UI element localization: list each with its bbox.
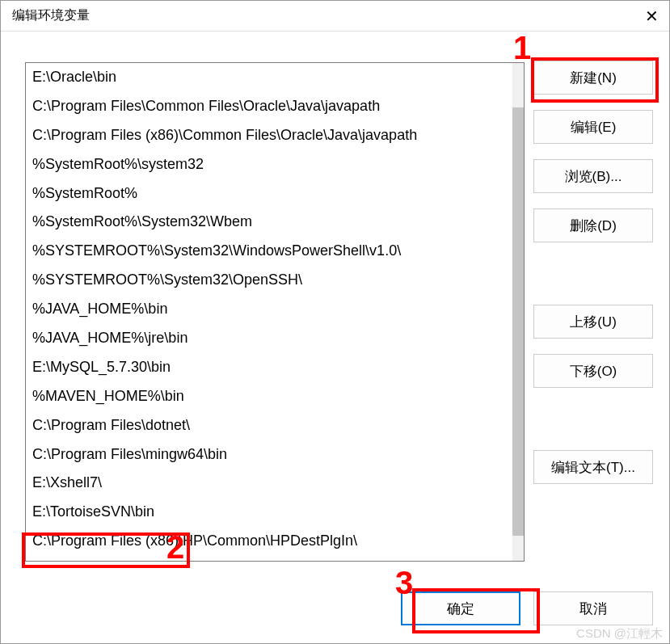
delete-button[interactable]: 删除(D) — [533, 208, 653, 242]
browse-button[interactable]: 浏览(B)... — [533, 159, 653, 193]
scrollbar[interactable] — [512, 63, 524, 561]
list-item[interactable]: %SystemRoot%\system32 — [26, 150, 512, 179]
close-icon[interactable]: ✕ — [643, 8, 659, 24]
list-item[interactable]: %JAVA_HOME%\bin — [26, 295, 512, 324]
list-item[interactable]: E:\TortoiseSVN\bin — [26, 498, 512, 527]
dialog-title: 编辑环境变量 — [12, 7, 90, 24]
list-item[interactable]: E:\Oracle\bin — [26, 63, 512, 92]
bottom-button-group: 确定 取消 — [401, 591, 653, 625]
edit-env-dialog: 编辑环境变量 ✕ E:\Oracle\binC:\Program Files\C… — [0, 0, 670, 644]
list-item[interactable]: %SYSTEMROOT%\System32\WindowsPowerShell\… — [26, 237, 512, 266]
moveup-button[interactable]: 上移(U) — [533, 305, 653, 339]
edit-button[interactable]: 编辑(E) — [533, 110, 653, 144]
side-button-group: 新建(N) 编辑(E) 浏览(B)... 删除(D) 上移(U) 下移(O) 编… — [533, 61, 653, 484]
list-item[interactable]: C:\Program Files (x86)\HP\Common\HPDestP… — [26, 527, 512, 556]
ok-button[interactable]: 确定 — [401, 591, 520, 625]
scroll-thumb[interactable] — [512, 107, 524, 536]
list-item[interactable]: C:\Program Files (x86)\Common Files\Orac… — [26, 121, 512, 150]
list-item[interactable]: C:\Program Files\dotnet\ — [26, 411, 512, 440]
list-item[interactable]: %SystemRoot% — [26, 179, 512, 208]
cancel-button[interactable]: 取消 — [533, 591, 653, 625]
list-item[interactable]: C:\Program Files\Common Files\Oracle\Jav… — [26, 92, 512, 121]
list-item[interactable]: %MAVEN_HOME%\bin — [26, 382, 512, 411]
list-item[interactable]: E:\Xshell7\ — [26, 469, 512, 498]
list-item[interactable]: %SYSTEMROOT%\System32\OpenSSH\ — [26, 266, 512, 295]
edittext-button[interactable]: 编辑文本(T)... — [533, 450, 653, 484]
list-item[interactable]: E:\MySQL_5.7.30\bin — [26, 353, 512, 382]
list-item[interactable]: %SCALA_HOME%\bin — [26, 556, 512, 561]
list-item[interactable]: %SystemRoot%\System32\Wbem — [26, 208, 512, 237]
titlebar: 编辑环境变量 ✕ — [1, 1, 669, 32]
list-item[interactable]: %JAVA_HOME%\jre\bin — [26, 324, 512, 353]
new-button[interactable]: 新建(N) — [533, 61, 653, 95]
list-item[interactable]: C:\Program Files\mingw64\bin — [26, 440, 512, 469]
movedown-button[interactable]: 下移(O) — [533, 354, 653, 388]
path-listbox[interactable]: E:\Oracle\binC:\Program Files\Common Fil… — [25, 62, 525, 562]
